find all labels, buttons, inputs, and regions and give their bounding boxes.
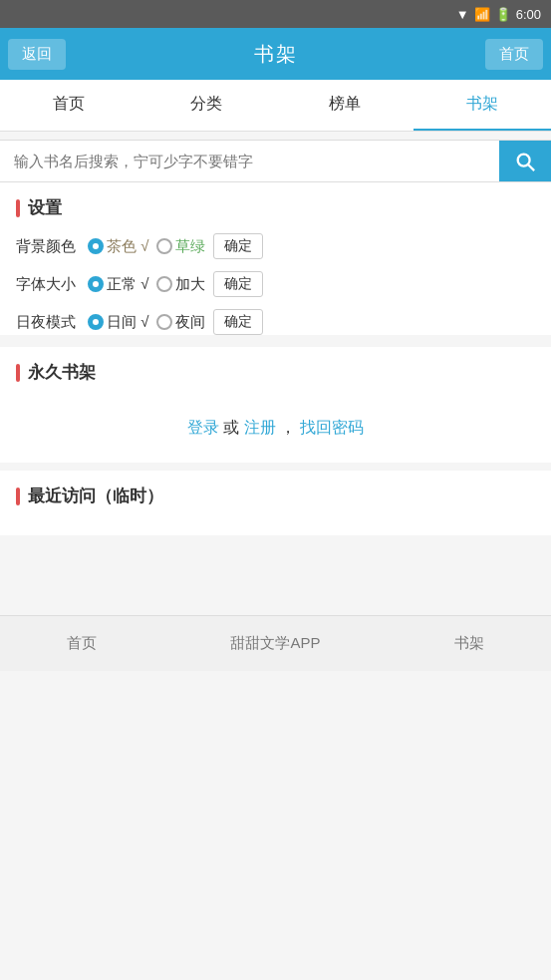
day-mode-radio[interactable] — [88, 314, 104, 330]
night-mode-option[interactable]: 夜间 — [156, 313, 205, 332]
tab-ranking[interactable]: 榜单 — [276, 80, 413, 131]
login-link[interactable]: 登录 — [187, 419, 219, 436]
search-button[interactable] — [499, 141, 551, 181]
search-icon — [514, 151, 536, 172]
font-normal-label: 正常 √ — [107, 275, 148, 294]
wifi-icon: ▼ — [456, 7, 469, 22]
bg-color-tan-label: 茶色 √ — [107, 237, 148, 256]
search-bar — [0, 140, 551, 182]
night-mode-radio[interactable] — [156, 314, 172, 330]
footer-app-link[interactable]: 甜甜文学APP — [230, 634, 320, 653]
header: 返回 书架 首页 — [0, 28, 551, 80]
signal-icon: 📶 — [474, 7, 490, 22]
day-mode-label: 日间 √ — [107, 313, 148, 332]
bg-color-tan-option[interactable]: 茶色 √ — [88, 237, 148, 256]
login-row: 登录 或 注册 ， 找回密码 — [16, 398, 535, 449]
back-button[interactable]: 返回 — [8, 39, 66, 70]
font-large-option[interactable]: 加大 — [156, 275, 205, 294]
section-bar-indicator — [16, 199, 20, 217]
shelf-title: 永久书架 — [16, 361, 535, 384]
bg-color-green-radio[interactable] — [156, 238, 172, 254]
font-size-row: 字体大小 正常 √ 加大 确定 — [16, 271, 535, 297]
svg-point-0 — [518, 154, 530, 165]
bg-color-label: 背景颜色 — [16, 237, 88, 256]
battery-icon: 🔋 — [495, 7, 511, 22]
bg-color-green-option[interactable]: 草绿 — [156, 237, 205, 256]
font-normal-option[interactable]: 正常 √ — [88, 275, 148, 294]
or-text: 或 — [223, 419, 243, 436]
search-input[interactable] — [0, 141, 499, 181]
font-normal-radio[interactable] — [88, 276, 104, 292]
font-size-label: 字体大小 — [16, 275, 88, 294]
bg-color-options: 茶色 √ 草绿 确定 — [88, 233, 535, 259]
recent-section: 最近访问（临时） — [0, 471, 551, 535]
home-button[interactable]: 首页 — [485, 39, 543, 70]
footer-home-link[interactable]: 首页 — [67, 634, 97, 653]
tab-shelf[interactable]: 书架 — [413, 80, 551, 131]
register-link[interactable]: 注册 — [244, 419, 276, 436]
bg-color-confirm-btn[interactable]: 确定 — [213, 233, 263, 259]
nav-tabs: 首页 分类 榜单 书架 — [0, 80, 551, 132]
day-mode-option[interactable]: 日间 √ — [88, 313, 148, 332]
day-night-label: 日夜模式 — [16, 313, 88, 332]
shelf-bar-indicator — [16, 364, 20, 382]
footer: 首页 甜甜文学APP 书架 — [0, 615, 551, 671]
night-mode-label: 夜间 — [175, 313, 205, 332]
font-size-options: 正常 √ 加大 确定 — [88, 271, 535, 297]
forgot-password-link[interactable]: 找回密码 — [300, 419, 364, 436]
svg-line-1 — [528, 164, 534, 170]
status-bar: ▼ 📶 🔋 6:00 — [0, 0, 551, 28]
bg-color-row: 背景颜色 茶色 √ 草绿 确定 — [16, 233, 535, 259]
day-night-confirm-btn[interactable]: 确定 — [213, 309, 263, 335]
bg-color-green-label: 草绿 — [175, 237, 205, 256]
bg-color-tan-radio[interactable] — [88, 238, 104, 254]
tab-category[interactable]: 分类 — [138, 80, 275, 131]
settings-title: 设置 — [16, 196, 535, 219]
font-size-confirm-btn[interactable]: 确定 — [213, 271, 263, 297]
day-night-row: 日夜模式 日间 √ 夜间 确定 — [16, 309, 535, 335]
font-large-label: 加大 — [175, 275, 205, 294]
comma-text: ， — [280, 419, 296, 436]
font-large-radio[interactable] — [156, 276, 172, 292]
day-night-options: 日间 √ 夜间 确定 — [88, 309, 535, 335]
page-title: 书架 — [254, 41, 298, 68]
settings-section: 设置 背景颜色 茶色 √ 草绿 确定 字体大小 正常 √ 加大 — [0, 182, 551, 335]
shelf-section: 永久书架 登录 或 注册 ， 找回密码 — [0, 347, 551, 463]
recent-bar-indicator — [16, 488, 20, 505]
recent-title: 最近访问（临时） — [16, 485, 535, 507]
footer-shelf-link[interactable]: 书架 — [454, 634, 484, 653]
status-time: 6:00 — [516, 7, 541, 22]
tab-home[interactable]: 首页 — [0, 80, 138, 131]
